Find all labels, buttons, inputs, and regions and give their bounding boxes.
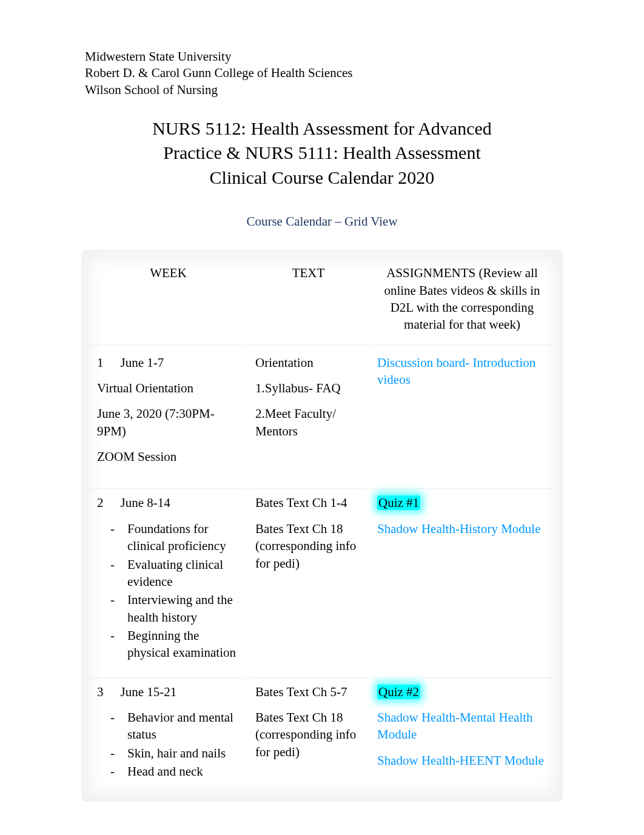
text-line: Bates Text Ch 1-4: [255, 494, 361, 511]
text-cell: Orientation 1.Syllabus- FAQ 2.Meet Facul…: [249, 349, 367, 485]
topics-list: Foundations for clinical proficiency Eva…: [97, 520, 240, 662]
text-line: Bates Text Ch 5-7: [255, 683, 361, 700]
col-header-assignments: ASSIGNMENTS (Review all online Bates vid…: [371, 260, 553, 345]
assignment-link[interactable]: Discussion board- Introduction videos: [377, 354, 547, 389]
calendar-table: WEEK TEXT ASSIGNMENTS (Review all online…: [87, 256, 557, 796]
header-line-2: Robert D. & Carol Gunn College of Health…: [85, 65, 559, 81]
text-cell: Bates Text Ch 1-4 Bates Text Ch 18 (corr…: [249, 488, 367, 673]
table-row: 1 June 1-7 Virtual Orientation June 3, 2…: [91, 349, 553, 485]
topics-list: Behavior and mental status Skin, hair an…: [97, 709, 240, 780]
week-number: 3: [97, 683, 104, 700]
text-line: 2.Meet Faculty/ Mentors: [255, 405, 361, 440]
week-extra-line: Virtual Orientation: [97, 380, 240, 397]
week-extra-line: June 3, 2020 (7:30PM-9PM): [97, 405, 240, 440]
assignments-cell: Quiz #1 Shadow Health-History Module: [371, 488, 553, 673]
header-line-3: Wilson School of Nursing: [85, 82, 559, 98]
week-date-range: June 1-7: [121, 354, 240, 371]
text-line: Bates Text Ch 18 (corresponding info for…: [255, 520, 361, 572]
week-extra-line: ZOOM Session: [97, 448, 240, 465]
grid-view-label: Course Calendar – Grid View: [85, 214, 559, 229]
assignments-cell: Discussion board- Introduction videos: [371, 349, 553, 485]
list-item: Skin, hair and nails: [127, 745, 240, 762]
table-row: 2 June 8-14 Foundations for clinical pro…: [91, 488, 553, 673]
calendar-table-wrap: WEEK TEXT ASSIGNMENTS (Review all online…: [85, 253, 559, 798]
week-cell: 1 June 1-7 Virtual Orientation June 3, 2…: [91, 349, 246, 485]
week-cell: 2 June 8-14 Foundations for clinical pro…: [91, 488, 246, 673]
list-item: Interviewing and the health history: [127, 591, 240, 626]
text-line: Orientation: [255, 354, 361, 371]
text-line: Bates Text Ch 18 (corresponding info for…: [255, 709, 361, 760]
assignment-highlight: Quiz #1: [377, 495, 420, 510]
assignment-link[interactable]: Shadow Health-Mental Health Module: [377, 709, 547, 743]
assignment-link[interactable]: Shadow Health-History Module: [377, 520, 547, 537]
week-cell: 3 June 15-21 Behavior and mental status …: [91, 677, 246, 793]
course-title: NURS 5112: Health Assessment for Advance…: [140, 116, 504, 190]
text-cell: Bates Text Ch 5-7 Bates Text Ch 18 (corr…: [249, 677, 367, 793]
header-line-1: Midwestern State University: [85, 49, 559, 65]
week-date-range: June 8-14: [121, 494, 240, 511]
list-item: Evaluating clinical evidence: [127, 556, 240, 591]
list-item: Behavior and mental status: [127, 709, 240, 743]
text-line: 1.Syllabus- FAQ: [255, 380, 361, 397]
institution-header: Midwestern State University Robert D. & …: [85, 49, 559, 98]
col-header-text: TEXT: [249, 260, 367, 345]
week-number: 1: [97, 354, 104, 371]
week-number: 2: [97, 494, 104, 511]
list-item: Beginning the physical examination: [127, 627, 240, 662]
col-header-week: WEEK: [91, 260, 246, 345]
assignment-link[interactable]: Shadow Health-HEENT Module: [377, 752, 547, 769]
week-date-range: June 15-21: [121, 683, 240, 700]
assignments-cell: Quiz #2 Shadow Health-Mental Health Modu…: [371, 677, 553, 793]
table-row: 3 June 15-21 Behavior and mental status …: [91, 677, 553, 793]
table-header-row: WEEK TEXT ASSIGNMENTS (Review all online…: [91, 260, 553, 345]
list-item: Head and neck: [127, 763, 240, 780]
list-item: Foundations for clinical proficiency: [127, 520, 240, 555]
assignment-highlight: Quiz #2: [377, 685, 420, 699]
